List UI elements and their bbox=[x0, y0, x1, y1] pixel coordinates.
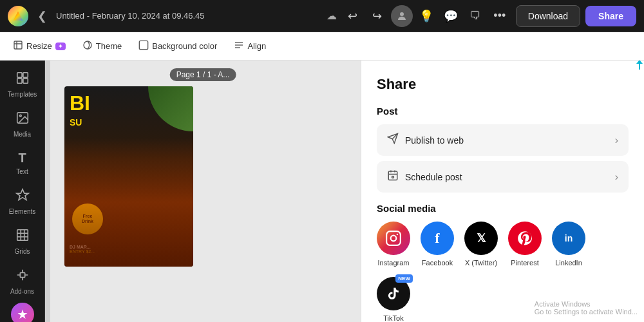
svg-rect-2 bbox=[14, 41, 22, 49]
svg-point-24 bbox=[397, 234, 399, 236]
schedule-option-left: Schedule post bbox=[387, 169, 462, 184]
post-section-title: Post bbox=[377, 106, 629, 117]
theme-icon bbox=[82, 40, 93, 53]
instagram-icon bbox=[377, 222, 410, 255]
speech-button[interactable]: 🗨 bbox=[464, 5, 486, 27]
premium-button[interactable] bbox=[11, 303, 34, 322]
main-layout: Templates Media T Text Elements Grids bbox=[0, 61, 644, 322]
scroll-indicator bbox=[45, 61, 50, 322]
facebook-label: Facebook bbox=[422, 259, 453, 267]
schedule-icon bbox=[387, 169, 399, 184]
x-twitter-icon: 𝕏 bbox=[464, 222, 498, 255]
schedule-post-button[interactable]: Schedule post › bbox=[377, 161, 629, 193]
page-indicator: Page 1 / 1 - A... bbox=[170, 68, 236, 81]
templates-icon bbox=[15, 71, 30, 88]
publish-option-left: Publish to web bbox=[387, 133, 464, 147]
social-item-pinterest[interactable]: Pinterest bbox=[508, 222, 542, 267]
social-item-tiktok[interactable]: NEW TikTok bbox=[377, 277, 410, 322]
svg-point-13 bbox=[19, 115, 21, 117]
background-color-icon bbox=[138, 40, 149, 53]
document-title: Untitled - February 10, 2024 at 09.46.45 bbox=[56, 11, 319, 21]
sidebar-item-media[interactable]: Media bbox=[3, 106, 42, 143]
canvas-area: Page 1 / 1 - A... BI SU FreeDrink DJ MAR… bbox=[45, 61, 361, 322]
social-item-linkedin[interactable]: in LinkedIn bbox=[552, 222, 585, 267]
schedule-chevron-icon: › bbox=[615, 171, 618, 183]
comment-button[interactable]: 💬 bbox=[440, 5, 462, 27]
theme-button[interactable]: Theme bbox=[76, 37, 128, 56]
media-label: Media bbox=[14, 131, 31, 138]
elements-label: Elements bbox=[9, 208, 36, 215]
social-item-instagram[interactable]: Instagram bbox=[377, 222, 410, 267]
more-button[interactable]: ••• bbox=[489, 5, 511, 27]
cloud-sync-icon: ☁ bbox=[327, 10, 337, 22]
sidebar: Templates Media T Text Elements Grids bbox=[0, 61, 45, 322]
svg-rect-10 bbox=[17, 79, 21, 83]
back-button[interactable]: ❮ bbox=[33, 6, 51, 26]
svg-rect-14 bbox=[17, 230, 28, 241]
share-panel-title: Share bbox=[377, 76, 629, 93]
align-button[interactable]: Align bbox=[227, 37, 272, 56]
grids-icon bbox=[15, 228, 30, 245]
sidebar-bottom bbox=[0, 303, 44, 322]
background-color-button[interactable]: Background color bbox=[132, 37, 223, 56]
resize-label: Resize bbox=[26, 41, 52, 51]
svg-rect-11 bbox=[23, 79, 27, 83]
sidebar-item-addons[interactable]: Add-ons bbox=[3, 263, 42, 300]
share-button[interactable]: Share bbox=[585, 6, 636, 26]
addons-icon bbox=[15, 268, 30, 285]
svg-point-3 bbox=[84, 41, 91, 49]
templates-label: Templates bbox=[8, 91, 37, 98]
undo-button[interactable]: ↩ bbox=[342, 5, 364, 27]
instagram-label: Instagram bbox=[378, 259, 410, 267]
resize-icon bbox=[13, 40, 23, 53]
canvas-image: BI SU FreeDrink DJ MAR... ENTRY $2... bbox=[64, 86, 193, 267]
svg-point-23 bbox=[391, 236, 397, 242]
social-item-facebook[interactable]: f Facebook bbox=[421, 222, 454, 267]
align-label: Align bbox=[247, 41, 266, 51]
publish-icon bbox=[387, 133, 399, 147]
x-twitter-label: X (Twitter) bbox=[465, 259, 497, 267]
top-bar: ❮ Untitled - February 10, 2024 at 09.46.… bbox=[0, 0, 644, 32]
sidebar-item-text[interactable]: T Text bbox=[3, 146, 42, 180]
text-icon: T bbox=[18, 151, 26, 166]
svg-point-1 bbox=[400, 12, 404, 16]
publish-to-web-button[interactable]: Publish to web › bbox=[377, 124, 629, 156]
svg-rect-4 bbox=[140, 41, 148, 49]
pinterest-icon bbox=[508, 222, 542, 255]
linkedin-label: LinkedIn bbox=[555, 259, 582, 267]
canvas-content: BI SU FreeDrink DJ MAR... ENTRY $2... bbox=[64, 86, 193, 267]
sidebar-item-templates[interactable]: Templates bbox=[3, 66, 42, 103]
avatar-button[interactable] bbox=[391, 5, 413, 27]
resize-button[interactable]: Resize ✦ bbox=[6, 37, 72, 56]
text-label: Text bbox=[16, 168, 28, 175]
svg-rect-8 bbox=[17, 73, 21, 77]
align-icon bbox=[234, 40, 244, 53]
publish-label: Publish to web bbox=[405, 135, 464, 146]
grids-label: Grids bbox=[15, 248, 30, 255]
sidebar-item-grids[interactable]: Grids bbox=[3, 223, 42, 260]
svg-rect-22 bbox=[386, 231, 401, 245]
media-icon bbox=[15, 111, 30, 128]
linkedin-icon: in bbox=[552, 222, 585, 255]
facebook-icon: f bbox=[421, 222, 454, 255]
redo-button[interactable]: ↪ bbox=[366, 5, 388, 27]
social-section-title: Social media bbox=[377, 203, 629, 214]
svg-rect-19 bbox=[20, 272, 24, 277]
top-icons-group: ↩ ↪ 💡 💬 🗨 ••• bbox=[342, 5, 511, 27]
toolbar: Resize ✦ Theme Background color Align bbox=[0, 32, 644, 61]
pinterest-label: Pinterest bbox=[511, 259, 538, 267]
tiktok-label: TikTok bbox=[383, 314, 403, 322]
theme-label: Theme bbox=[96, 41, 122, 51]
download-button[interactable]: Download bbox=[516, 5, 580, 27]
schedule-label: Schedule post bbox=[405, 172, 462, 182]
hint-button[interactable]: 💡 bbox=[415, 5, 437, 27]
svg-point-21 bbox=[392, 176, 394, 178]
app-logo bbox=[8, 6, 28, 26]
background-color-label: Background color bbox=[152, 41, 217, 51]
social-item-x-twitter[interactable]: 𝕏 X (Twitter) bbox=[464, 222, 498, 267]
sidebar-item-elements[interactable]: Elements bbox=[3, 183, 42, 220]
share-panel: Share Post Publish to web › Schedule pos… bbox=[361, 61, 644, 322]
arrow-indicator bbox=[639, 61, 640, 70]
elements-icon bbox=[15, 188, 30, 205]
windows-activation-text: Activate WindowsGo to Settings to activa… bbox=[535, 300, 638, 316]
